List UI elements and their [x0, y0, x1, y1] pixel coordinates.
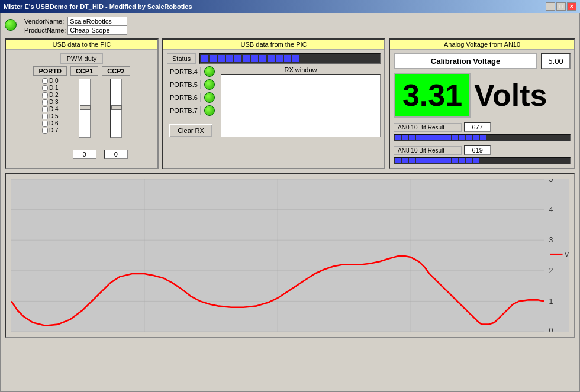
usb-to-pic-content: PWM duty PORTD D.0 D.1 D.2 D.3 D.4 D.5 D… — [6, 50, 157, 163]
window-controls: _ □ ✕ — [546, 2, 576, 11]
status-seg-2 — [210, 55, 217, 62]
title-text: Mister E's USBDemo for DT_HID - Modified… — [4, 3, 192, 10]
svg-text:0: 0 — [549, 326, 553, 332]
calibration-value: 5.00 — [541, 53, 571, 69]
calibration-label: Calibration Voltage — [394, 53, 537, 69]
rx-textarea[interactable] — [221, 74, 381, 137]
ccp1-slider-container — [79, 77, 91, 148]
portd-d6[interactable]: D.6 — [42, 120, 59, 127]
portd-d5[interactable]: D.5 — [42, 113, 59, 119]
minimize-button[interactable]: _ — [546, 2, 555, 11]
maximize-button[interactable]: □ — [556, 2, 566, 11]
voltage-display: 3.31 — [394, 73, 471, 118]
analog-voltage-panel: Analog Voltage from AN10 Calibration Vol… — [389, 38, 575, 169]
status-seg-10 — [276, 55, 283, 62]
ccp2-slider-container — [110, 77, 122, 148]
portd-checkboxes: D.0 D.1 D.2 D.3 D.4 D.5 D.6 D.7 — [42, 77, 59, 134]
an8-row: AN8 10 Bit Result 619 — [394, 145, 571, 155]
ccp2-slider-thumb[interactable] — [111, 105, 122, 110]
portd-d2[interactable]: D.2 — [42, 92, 59, 98]
portd-d3[interactable]: D.3 — [42, 99, 59, 105]
an0-seg7 — [437, 135, 444, 140]
portb4-label: PORTB.4 — [167, 67, 201, 76]
an8-seg12 — [473, 158, 479, 163]
volts-label: Volts — [474, 77, 547, 113]
portd-d0[interactable]: D.0 — [42, 77, 59, 84]
status-seg-5 — [234, 55, 241, 62]
portb-column: PORTB.4 PORTB.5 PORTB.6 PORTB.7 — [167, 66, 215, 137]
ccp1-slider-track[interactable] — [79, 79, 91, 138]
analog-voltage-title: Analog Voltage from AN10 — [390, 40, 574, 50]
an8-seg5 — [423, 158, 430, 163]
portd-d7[interactable]: D.7 — [42, 127, 59, 134]
analog-content: Calibration Voltage 5.00 3.31 Volts AN0 … — [390, 50, 574, 168]
an0-seg13 — [480, 135, 486, 140]
an8-seg7 — [437, 158, 444, 163]
portb6-item: PORTB.6 — [167, 92, 215, 103]
an0-seg11 — [466, 135, 472, 140]
an8-seg3 — [409, 158, 415, 163]
chart-inner: 5 4 3 2 1 0 Volts — [11, 179, 569, 332]
connection-led — [5, 19, 17, 31]
ccp1-group: CCP1 0 — [70, 66, 98, 159]
portd-group: PORTD D.0 D.1 D.2 D.3 D.4 D.5 D.6 D.7 — [33, 66, 67, 134]
usb-from-pic-panel: USB data from the PIC Status — [162, 38, 385, 169]
status-seg-1 — [201, 55, 208, 62]
status-seg-12 — [292, 55, 299, 62]
clear-rx-button[interactable]: Clear RX — [169, 124, 212, 137]
an8-seg10 — [459, 158, 465, 163]
product-name-label: ProductName: — [22, 26, 68, 35]
an0-seg10 — [459, 135, 465, 140]
status-label: Status — [167, 53, 196, 64]
an0-seg3 — [409, 135, 415, 140]
portb4-item: PORTB.4 — [167, 66, 215, 77]
status-seg-3 — [218, 55, 225, 62]
status-seg-9 — [268, 55, 275, 62]
status-row: Status — [167, 53, 381, 64]
status-seg-8 — [259, 55, 266, 62]
an8-seg4 — [416, 158, 423, 163]
an8-seg9 — [452, 158, 458, 163]
ccp1-slider-thumb[interactable] — [80, 105, 91, 110]
an0-row: AN0 10 Bit Result 677 — [394, 122, 571, 132]
status-seg-7 — [251, 55, 258, 62]
portb7-item: PORTB.7 — [167, 105, 215, 116]
product-name-value: Cheap-Scope — [68, 26, 127, 35]
an8-seg6 — [430, 158, 437, 163]
usb-from-pic-title: USB data from the PIC — [163, 40, 384, 50]
an8-seg1 — [395, 158, 401, 163]
an8-seg8 — [444, 158, 451, 163]
ccp2-slider-track[interactable] — [110, 79, 122, 138]
an0-seg4 — [416, 135, 423, 140]
calibration-row: Calibration Voltage 5.00 — [394, 53, 571, 69]
status-seg-11 — [284, 55, 291, 62]
portb5-led — [204, 79, 215, 90]
pwm-duty-label: PWM duty — [60, 53, 104, 64]
voltage-display-row: 3.31 Volts — [394, 73, 571, 118]
panels-row: USB data to the PIC PWM duty PORTD D.0 D… — [5, 38, 575, 169]
main-window: VendorName: ScaleRobotics ProductName: C… — [0, 13, 580, 392]
top-info-row: VendorName: ScaleRobotics ProductName: C… — [5, 17, 575, 35]
an0-bar — [394, 134, 571, 141]
close-button[interactable]: ✕ — [567, 2, 576, 11]
an8-seg11 — [466, 158, 472, 163]
svg-text:1: 1 — [549, 297, 553, 306]
an0-seg6 — [430, 135, 437, 140]
an8-label: AN8 10 Bit Result — [394, 146, 462, 155]
vendor-name-label: VendorName: — [22, 17, 68, 26]
ccp1-value: 0 — [73, 150, 96, 159]
vendor-info: VendorName: ScaleRobotics ProductName: C… — [22, 17, 127, 35]
portd-d1[interactable]: D.1 — [42, 85, 59, 91]
portd-d4[interactable]: D.4 — [42, 106, 59, 112]
svg-text:4: 4 — [549, 206, 553, 214]
an0-value: 677 — [464, 122, 491, 132]
usb-to-pic-title: USB data to the PIC — [6, 40, 157, 50]
an8-seg2 — [402, 158, 408, 163]
an0-seg9 — [452, 135, 458, 140]
portb-rx-row: PORTB.4 PORTB.5 PORTB.6 PORTB.7 — [167, 66, 381, 137]
rx-window-label: RX window — [221, 66, 381, 73]
portb5-item: PORTB.5 — [167, 79, 215, 90]
an8-value: 619 — [464, 145, 491, 155]
ccp2-value: 0 — [104, 150, 128, 159]
usb-from-pic-content: Status — [163, 50, 384, 141]
